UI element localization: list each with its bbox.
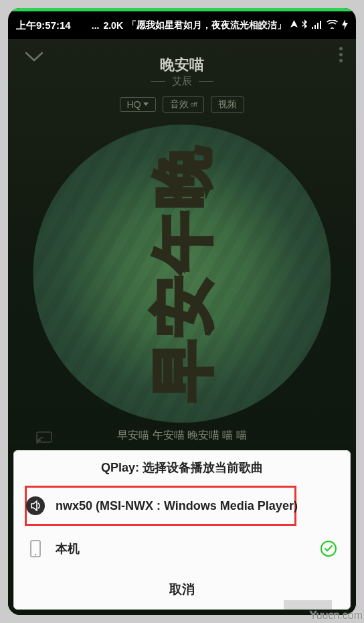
album-art: 早 安 午 晚 (33, 125, 331, 423)
wifi-icon (327, 20, 338, 31)
qplay-sheet: QPlay: 选择设备播放当前歌曲 nwx50 (MSI-NWX : Windo… (13, 450, 351, 610)
device-label: nwx50 (MSI-NWX : Windows Media Player) (56, 499, 298, 513)
check-icon (321, 541, 337, 557)
sfx-chip[interactable]: 音效off (163, 96, 205, 113)
svg-rect-3 (320, 21, 321, 29)
device-label: 本机 (56, 541, 80, 557)
bluetooth-icon (302, 19, 308, 31)
status-speed: 2.0K (103, 20, 123, 31)
svg-rect-1 (314, 25, 316, 29)
signal-icon (312, 20, 323, 31)
artist-row[interactable]: 艾辰 (8, 75, 356, 88)
collapse-icon[interactable] (24, 51, 44, 66)
status-time: 上午9:57:14 (16, 19, 71, 32)
sheet-title: QPlay: 选择设备播放当前歌曲 (14, 451, 350, 484)
quality-chip[interactable]: HQ (120, 97, 156, 112)
lyric-line: 早安喵 午安喵 晚安喵 喵 喵 (8, 429, 356, 443)
status-marquee: 「愿我如星君如月，夜夜流光相皎洁」 (127, 19, 286, 31)
device-option-remote[interactable]: nwx50 (MSI-NWX : Windows Media Player) (14, 484, 350, 527)
svg-point-6 (35, 554, 36, 555)
location-icon (290, 20, 298, 31)
status-bar: 上午9:57:14 ... 2.0K 「愿我如星君如月，夜夜流光相皎洁」 (8, 12, 356, 39)
charging-icon (342, 19, 348, 31)
svg-rect-2 (317, 23, 318, 29)
artist-name: 艾辰 (172, 75, 192, 88)
svg-rect-0 (312, 27, 313, 29)
phone-icon (26, 540, 45, 557)
watermark: Yuucn.com (310, 610, 363, 622)
speaker-icon (26, 496, 45, 515)
song-title: 晚安喵 (160, 55, 204, 75)
device-option-local[interactable]: 本机 (14, 527, 350, 570)
watermark-bar (284, 600, 332, 610)
video-chip[interactable]: 视频 (211, 96, 244, 113)
more-icon[interactable] (339, 47, 343, 62)
